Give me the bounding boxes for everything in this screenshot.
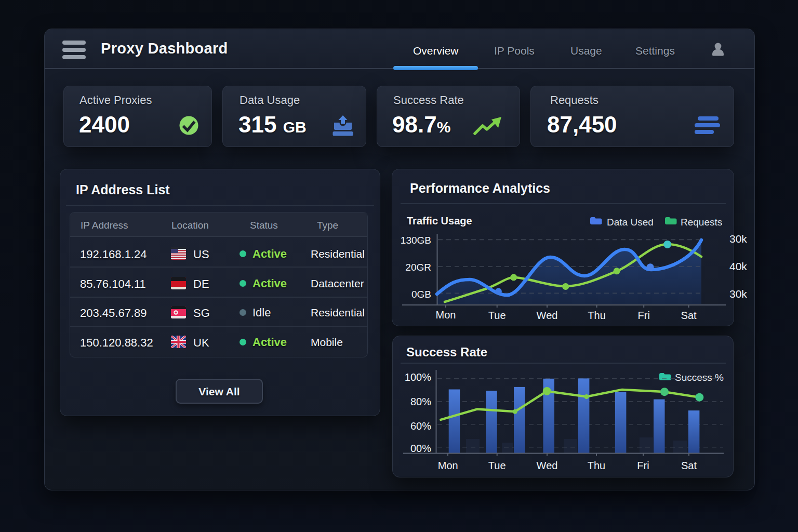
- svg-text:Wed: Wed: [537, 310, 558, 321]
- svg-text:0GB: 0GB: [411, 289, 431, 300]
- svg-text:80%: 80%: [410, 396, 431, 407]
- svg-text:Mon: Mon: [436, 309, 456, 321]
- svg-text:Fri: Fri: [638, 310, 650, 321]
- svg-text:00%: 00%: [410, 443, 431, 454]
- svg-text:Wed: Wed: [537, 460, 558, 471]
- svg-text:30k: 30k: [729, 288, 747, 300]
- svg-text:Sat: Sat: [681, 460, 697, 471]
- svg-text:Thu: Thu: [588, 310, 605, 321]
- svg-text:20GR: 20GR: [405, 262, 431, 273]
- svg-text:Tue: Tue: [488, 310, 506, 321]
- svg-text:Thu: Thu: [588, 460, 605, 471]
- svg-text:Fri: Fri: [637, 460, 649, 471]
- svg-text:Tue: Tue: [488, 460, 506, 471]
- svg-text:Sat: Sat: [681, 310, 697, 321]
- svg-text:130GB: 130GB: [401, 235, 431, 246]
- svg-text:Mon: Mon: [438, 460, 458, 471]
- svg-text:40k: 40k: [729, 260, 747, 272]
- svg-text:30k: 30k: [729, 233, 747, 245]
- svg-text:100%: 100%: [405, 371, 431, 383]
- svg-text:60%: 60%: [410, 420, 431, 432]
